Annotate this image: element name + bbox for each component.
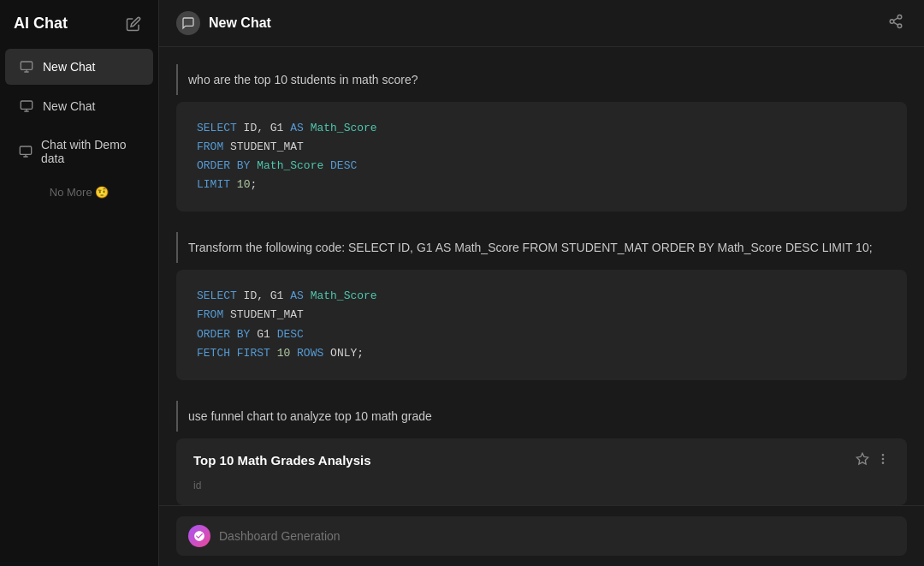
more-icon[interactable] (876, 452, 890, 469)
chart-header: Top 10 Math Grades Analysis (193, 452, 890, 469)
chart-block: Top 10 Math Grades Analysis (176, 438, 907, 505)
chart-axis-label: id (193, 480, 890, 492)
no-more-label: No More 🤨 (0, 177, 158, 207)
svg-point-8 (882, 454, 883, 455)
svg-point-9 (882, 458, 883, 459)
svg-line-7 (893, 18, 897, 21)
code-block-2: SELECT ID, G1 AS Math_Score FROM STUDENT… (176, 270, 907, 379)
code-line: FROM STUDENT_MAT (197, 306, 886, 325)
user-message-1: who are the top 10 students in math scor… (176, 64, 907, 95)
code-line: SELECT ID, G1 AS Math_Score (197, 119, 886, 138)
chat-icon-1 (19, 59, 34, 74)
chat-icon-3 (19, 144, 33, 159)
sidebar: AI Chat New Chat New Chat (0, 0, 159, 566)
sidebar-item-label-2: New Chat (43, 99, 95, 113)
svg-rect-2 (20, 146, 31, 154)
code-block-1: SELECT ID, G1 AS Math_Score FROM STUDENT… (176, 102, 907, 212)
chat-input-area (159, 505, 924, 566)
svg-point-10 (882, 462, 883, 463)
chart-actions (856, 452, 890, 469)
chat-icon-2 (19, 98, 34, 114)
svg-rect-0 (21, 62, 32, 69)
svg-rect-1 (21, 101, 32, 109)
message-block-2: Transform the following code: SELECT ID,… (176, 232, 907, 383)
share-icon (888, 14, 903, 29)
svg-point-5 (897, 24, 902, 28)
user-message-3: use funnel chart to analyze top 10 math … (176, 401, 907, 432)
sidebar-item-new-chat-1[interactable]: New Chat (5, 49, 153, 85)
pin-icon[interactable] (856, 452, 869, 469)
code-line: FROM STUDENT_MAT (197, 138, 886, 157)
message-block-3: use funnel chart to analyze top 10 math … (176, 401, 907, 505)
svg-point-4 (890, 20, 894, 24)
code-line: ORDER BY Math_Score DESC (197, 157, 886, 176)
chart-title: Top 10 Math Grades Analysis (193, 453, 371, 468)
sidebar-item-new-chat-2[interactable]: New Chat (5, 88, 153, 124)
chat-input[interactable] (219, 529, 895, 543)
chat-content: who are the top 10 students in math scor… (159, 47, 924, 505)
edit-icon (126, 16, 141, 32)
code-line: LIMIT 10; (197, 176, 886, 194)
sidebar-item-chat-demo[interactable]: Chat with Demo data (5, 128, 153, 176)
code-line: ORDER BY G1 DESC (197, 325, 886, 344)
topbar: New Chat (159, 0, 924, 47)
user-message-2: Transform the following code: SELECT ID,… (176, 232, 907, 263)
new-chat-icon-button[interactable] (122, 13, 145, 35)
code-line: SELECT ID, G1 AS Math_Score (197, 287, 886, 306)
topbar-left: New Chat (176, 11, 271, 35)
svg-point-3 (897, 15, 902, 20)
chat-input-wrapper (176, 516, 907, 556)
topbar-title: New Chat (209, 15, 271, 31)
svg-line-6 (893, 22, 897, 25)
main-content: New Chat who are the top 10 students in … (159, 0, 924, 566)
sidebar-item-label-1: New Chat (43, 60, 95, 74)
message-block-1: who are the top 10 students in math scor… (176, 64, 907, 215)
share-button[interactable] (885, 10, 907, 36)
sidebar-header: AI Chat (0, 0, 158, 47)
sidebar-item-label-3: Chat with Demo data (41, 138, 139, 165)
input-avatar (188, 525, 210, 547)
topbar-chat-icon (176, 11, 200, 35)
code-line: FETCH FIRST 10 ROWS ONLY; (197, 344, 886, 363)
sidebar-title: AI Chat (14, 15, 68, 33)
